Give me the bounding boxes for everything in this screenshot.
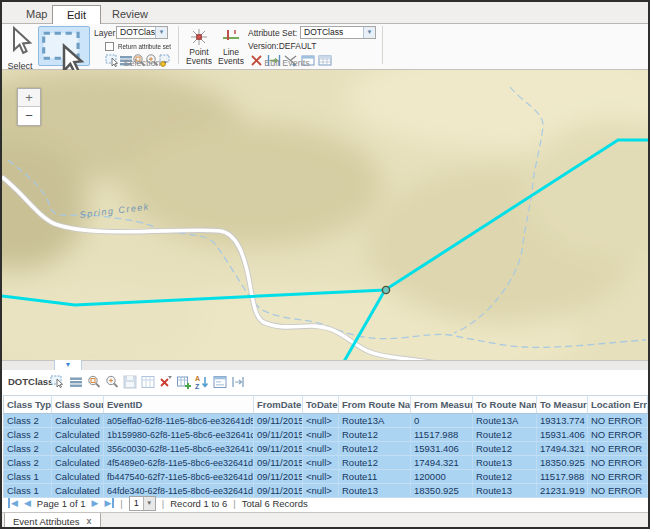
map-viewport[interactable]: Spring Creek + − — [2, 70, 648, 360]
column-header[interactable]: From Measure — [411, 396, 473, 414]
edit-events-group-label: Edit Events — [252, 58, 322, 68]
save-icon[interactable] — [122, 374, 138, 390]
table-cell: Route13A — [473, 414, 537, 428]
svg-text:A: A — [195, 375, 200, 382]
attribute-set-dropdown[interactable]: DOTClass ▼ — [300, 26, 376, 39]
last-page-button[interactable]: ▶ — [104, 498, 114, 508]
ribbon-tab-review[interactable]: Review — [98, 5, 162, 24]
table-cell: Calculated — [52, 428, 104, 442]
zoom-to-selected-icon[interactable] — [86, 374, 102, 390]
attribute-set-dropdown-arrow[interactable]: ▼ — [363, 27, 375, 38]
column-header[interactable]: EventID — [104, 396, 254, 414]
table-cell: Route12 — [473, 428, 537, 442]
table-cell: Calculated — [52, 470, 104, 484]
select-cursor-icon — [4, 50, 36, 60]
map-zoom-control: + − — [17, 88, 41, 126]
sort-icon[interactable]: AZ — [194, 374, 210, 390]
zoom-out-button[interactable]: − — [18, 107, 40, 125]
next-page-button[interactable]: ▶ — [91, 498, 98, 508]
table-cell: <null> — [303, 428, 339, 442]
pan-to-selected-icon[interactable] — [104, 374, 120, 390]
table-cell: 09/11/2015 — [254, 428, 303, 442]
table-cell: Calculated — [52, 456, 104, 470]
attribute-form-icon[interactable] — [212, 374, 228, 390]
table-cell: Route12 — [473, 442, 537, 456]
table-cell: Calculated — [52, 414, 104, 428]
delete-selected-icon[interactable] — [158, 374, 174, 390]
previous-page-button[interactable]: ◀ — [24, 498, 31, 508]
grid-window-icon[interactable] — [140, 374, 156, 390]
table-cell: 17494.321 — [411, 456, 473, 470]
column-header[interactable]: ToDate — [303, 396, 339, 414]
table-cell: 18350.925 — [537, 456, 588, 470]
select-features-icon[interactable] — [50, 374, 66, 390]
table-row[interactable]: Class 2Calculateda05effa0-62f8-11e5-8bc6… — [4, 414, 648, 428]
table-cell: Class 1 — [4, 470, 52, 484]
add-record-icon[interactable] — [176, 374, 192, 390]
column-header[interactable]: Location Error — [588, 396, 648, 414]
table-cell: NO ERROR — [588, 442, 648, 456]
table-cell: 19313.774 — [537, 414, 588, 428]
table-cell: 0 — [411, 414, 473, 428]
map-canvas[interactable]: Spring Creek — [2, 70, 648, 360]
offset-icon[interactable] — [230, 374, 246, 390]
table-cell: Route12 — [339, 442, 411, 456]
page-selector[interactable]: 1 ▼ — [129, 496, 156, 511]
column-header[interactable]: From Route Name — [339, 396, 411, 414]
table-cell: Class 2 — [4, 428, 52, 442]
ribbon: Select ▾ Rectangle ▾ Layer: DOTClass ▼ R… — [2, 24, 648, 70]
table-cell: 356c0030-62f8-11e5-8bc6-ee32641d5ec9 — [104, 442, 254, 456]
table-row[interactable]: Class 1Calculatedfb447540-62f7-11e5-8bc6… — [4, 470, 648, 484]
table-cell: 15931.406 — [411, 442, 473, 456]
layer-dropdown[interactable]: DOTClass ▼ — [116, 26, 168, 39]
pagination-bar: ◀ ◀ Page 1 of 1 ▶ ▶ | 1 ▼ | Record 1 to … — [2, 494, 648, 512]
table-row[interactable]: Class 2Calculated356c0030-62f8-11e5-8bc6… — [4, 442, 648, 456]
first-page-button[interactable]: ◀ — [8, 498, 18, 508]
total-records-label: Total 6 Records — [242, 498, 308, 509]
column-header[interactable]: To Measure — [537, 396, 588, 414]
table-cell: 1b159980-62f8-11e5-8bc6-ee32641d5ec9 — [104, 428, 254, 442]
page-label: Page 1 of 1 — [37, 498, 86, 509]
table-row[interactable]: Class 2Calculated4f5489e0-62f8-11e5-8bc6… — [4, 456, 648, 470]
table-cell: Route12 — [473, 470, 537, 484]
return-attribute-set-checkbox[interactable] — [105, 42, 114, 51]
table-cell: Class 2 — [4, 414, 52, 428]
table-row[interactable]: Class 2Calculated1b159980-62f8-11e5-8bc6… — [4, 428, 648, 442]
panel-toolbar: DOTClass AZ — [2, 370, 648, 394]
svg-text:Z: Z — [195, 383, 200, 390]
return-attribute-set-label: Return attribute set — [118, 42, 171, 51]
column-header[interactable]: To Route Name — [473, 396, 537, 414]
page-selector-arrow[interactable]: ▼ — [143, 497, 155, 510]
ribbon-tabstrip: Map Edit Review — [2, 2, 648, 24]
table-cell: 09/11/2015 — [254, 456, 303, 470]
table-cell: Route13 — [473, 456, 537, 470]
tab-event-attributes[interactable]: Event Attributes x — [4, 513, 101, 529]
table-cell: 09/11/2015 — [254, 414, 303, 428]
event-attributes-table: Class TypeClass SourceEventIDFromDateToD… — [3, 395, 648, 498]
table-cell: NO ERROR — [588, 456, 648, 470]
table-cell: NO ERROR — [588, 414, 648, 428]
select-tool-button[interactable]: Select ▾ — [4, 26, 36, 66]
app-window: Map Edit Review Select ▾ Rectangle ▾ Lay… — [0, 0, 650, 529]
selection-list-icon[interactable] — [68, 374, 84, 390]
column-header[interactable]: Class Type — [4, 396, 52, 414]
table-cell: 4f5489e0-62f8-11e5-8bc6-ee32641d5ec9 — [104, 456, 254, 470]
panel-splitter[interactable]: ▼ — [2, 360, 648, 370]
zoom-in-button[interactable]: + — [18, 89, 40, 107]
layer-label: Layer: — [94, 28, 118, 38]
layer-dropdown-arrow[interactable]: ▼ — [155, 27, 167, 38]
rectangle-tool-button[interactable]: Rectangle ▾ — [38, 26, 90, 66]
bottom-tab-bar: Event Attributes x — [2, 512, 648, 529]
column-header[interactable]: FromDate — [254, 396, 303, 414]
table-cell: 09/11/2015 — [254, 442, 303, 456]
close-tab-icon[interactable]: x — [87, 516, 92, 526]
line-events-button[interactable]: Line Events — [216, 28, 246, 66]
ribbon-tab-edit[interactable]: Edit — [52, 5, 101, 25]
point-events-button[interactable]: Point Events — [184, 28, 214, 66]
table-cell: 17494.321 — [537, 442, 588, 456]
route-junction-marker[interactable] — [382, 286, 389, 293]
column-header[interactable]: Class Source — [52, 396, 104, 414]
table-cell: <null> — [303, 442, 339, 456]
version-label: Version:DEFAULT — [248, 41, 316, 51]
table-cell: NO ERROR — [588, 470, 648, 484]
